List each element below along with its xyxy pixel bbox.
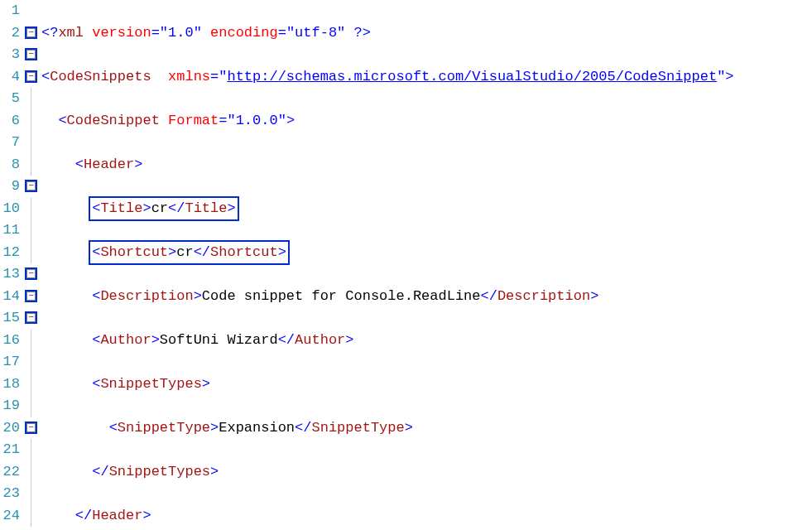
fold-spacer: [23, 0, 38, 22]
fold-toggle[interactable]: −: [23, 44, 38, 66]
code-line[interactable]: <Description>Code snippet for Console.Re…: [41, 286, 734, 308]
line-number: 6: [0, 110, 20, 132]
code-line[interactable]: <Author>SoftUni Wizard</Author>: [41, 330, 734, 352]
line-number: 24: [0, 505, 20, 528]
code-line[interactable]: <CodeSnippet Format="1.0.0">: [41, 110, 734, 132]
code-line[interactable]: <SnippetTypes>: [41, 373, 734, 396]
line-number-gutter: 1 2 3 4 5 6 7 8 9 10 11 12 13 14 15 16 1…: [0, 0, 23, 530]
line-number: 17: [0, 351, 20, 373]
fold-toggle[interactable]: −: [23, 307, 38, 330]
line-number: 3: [0, 44, 20, 66]
line-number: 4: [0, 66, 20, 89]
fold-toggle[interactable]: −: [23, 286, 38, 308]
line-number: 5: [0, 88, 20, 110]
fold-gutter: − − − − − − − −: [23, 0, 38, 530]
code-line[interactable]: </Header>: [41, 505, 734, 528]
line-number: 1: [0, 0, 20, 22]
line-number: 16: [0, 330, 20, 352]
line-number: 8: [0, 154, 20, 176]
line-number: 19: [0, 395, 20, 417]
code-line[interactable]: </SnippetTypes>: [41, 461, 734, 484]
line-number: 20: [0, 417, 20, 440]
fold-toggle[interactable]: −: [23, 66, 38, 89]
code-editor[interactable]: 1 2 3 4 5 6 7 8 9 10 11 12 13 14 15 16 1…: [0, 0, 812, 530]
line-number: 13: [0, 263, 20, 286]
line-number: 15: [0, 307, 20, 330]
code-line[interactable]: <SnippetType>Expansion</SnippetType>: [41, 417, 734, 440]
line-number: 18: [0, 373, 20, 396]
line-number: 11: [0, 219, 20, 242]
code-line[interactable]: <?xml version="1.0" encoding="utf-8" ?>: [41, 22, 734, 45]
line-number: 14: [0, 286, 20, 308]
line-number: 7: [0, 132, 20, 154]
line-number: 22: [0, 461, 20, 484]
line-number: 21: [0, 439, 20, 461]
line-number: 12: [0, 242, 20, 264]
line-number: 2: [0, 22, 20, 45]
fold-toggle[interactable]: −: [23, 176, 38, 198]
code-line[interactable]: <Header>: [41, 154, 734, 176]
fold-toggle[interactable]: −: [23, 263, 38, 286]
code-line[interactable]: <Shortcut>cr</Shortcut>: [41, 242, 734, 264]
code-line[interactable]: <Title>cr</Title>: [41, 198, 734, 220]
line-number: 23: [0, 483, 20, 505]
line-number: 10: [0, 198, 20, 220]
code-area[interactable]: <?xml version="1.0" encoding="utf-8" ?> …: [38, 0, 734, 530]
fold-toggle[interactable]: −: [23, 417, 38, 440]
line-number: 9: [0, 176, 20, 198]
fold-toggle[interactable]: −: [23, 22, 38, 45]
code-line[interactable]: <CodeSnippets xmlns="http://schemas.micr…: [41, 66, 734, 89]
